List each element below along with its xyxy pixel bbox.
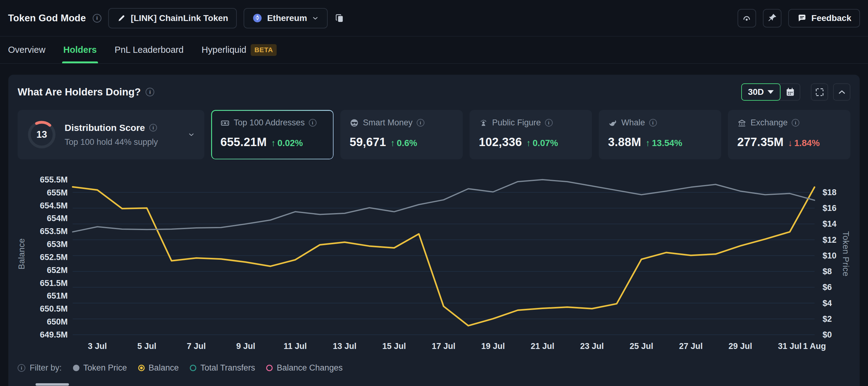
public-figure-icon [479,118,488,128]
stat-card-label: Exchange [750,118,787,128]
main-content: What Are Holders Doing? i 30D [0,64,868,386]
distribution-info-icon[interactable]: i [149,124,157,132]
stat-card-public-figure[interactable]: Public Figurei102,336↑0.07% [469,110,592,159]
tab-pnl-leaderboard[interactable]: PnL Leaderboard [115,36,184,63]
date-tick-label: 17 Jul [432,342,456,351]
filter-balance-changes[interactable]: Balance Changes [266,363,342,373]
stat-card-label: Smart Money [363,118,413,128]
holders-chart: 655.5M655M654.5M654M653.5M653M652.5M652M… [8,167,860,362]
price-tick-label: $2 [823,314,832,324]
price-tick-label: $18 [823,188,836,197]
stat-card-info-icon[interactable]: i [792,119,799,127]
holders-panel: What Are Holders Doing? i 30D [8,75,860,386]
date-tick-label: 3 Jul [88,342,107,351]
panel-header: What Are Holders Doing? i 30D [8,75,860,101]
right-axis-title: Token Price [841,231,850,277]
page-title: Token God Mode [8,13,86,24]
price-tick-label: $10 [823,251,836,260]
date-tick-label: 11 Jul [283,342,307,351]
network-selector[interactable]: Ethereum [244,8,328,28]
calendar-button[interactable] [778,83,800,101]
stat-card-label: Public Figure [492,118,541,128]
tab-holders-label: Holders [63,45,97,55]
legend-label: Balance Changes [277,363,342,373]
timeframe-group: 30D [741,83,800,101]
balance-tick-label: 652.5M [40,253,68,262]
tab-pnl-label: PnL Leaderboard [115,45,184,55]
stat-card-label: Top 100 Addresses [234,118,305,128]
fullscreen-icon [814,87,825,97]
pin-button[interactable] [763,9,781,28]
change-arrow-icon: ↑ [645,138,650,148]
filter-info-icon[interactable]: i [18,364,25,372]
filter-token-price[interactable]: Token Price [73,363,127,373]
chart-filter-row: i Filter by: Token PriceBalanceTotal Tra… [8,363,860,373]
chevron-up-icon [837,87,847,97]
stat-card-change: 0.02% [277,138,303,148]
copy-icon [335,13,345,23]
insights-button[interactable] [738,9,756,28]
stat-card-change: 1.84% [794,138,819,148]
legend-swatch [190,365,196,371]
legend-label: Token Price [84,363,127,373]
stat-card-exchange[interactable]: Exchangei277.35M↓1.84% [728,110,850,159]
stat-card-info-icon[interactable]: i [649,119,657,127]
pin-icon [767,13,777,23]
tab-bar: Overview Holders PnL Leaderboard Hyperli… [0,36,868,64]
tab-hyperliquid[interactable]: Hyperliquid BETA [202,36,277,63]
balance-line [73,187,814,325]
distribution-score-card[interactable]: 13 Distribution Score i Top 100 hold 44%… [18,110,204,159]
price-tick-label: $8 [823,267,832,276]
balance-tick-label: 649.5M [40,330,68,339]
date-tick-label: 25 Jul [630,342,653,351]
change-arrow-icon: ↑ [391,138,395,148]
tab-overview[interactable]: Overview [8,36,45,63]
info-icon[interactable]: i [93,14,101,23]
date-tick-label: 31 Jul [778,342,802,351]
pencil-icon [117,13,126,23]
collapse-button[interactable] [833,83,850,101]
distribution-score-value: 13 [27,120,57,149]
stat-card-label: Whale [621,118,645,128]
stat-card-info-icon[interactable]: i [545,119,553,127]
legend-swatch [73,365,80,371]
fullscreen-button[interactable] [811,83,828,101]
balance-tick-label: 653M [47,240,68,249]
panel-title: What Are Holders Doing? [18,86,141,98]
change-arrow-icon: ↑ [526,138,531,148]
stat-card-info-icon[interactable]: i [309,119,316,127]
stat-card-change: 0.07% [533,138,558,148]
balance-tick-label: 654M [47,214,68,223]
stat-card-top-100-addresses[interactable]: Top 100 Addressesi655.21M↑0.02% [211,110,334,159]
tab-holders[interactable]: Holders [63,36,97,63]
stat-card-whale[interactable]: Whalei3.88M↑13.54% [599,110,721,159]
ethereum-icon [252,13,262,23]
caret-down-icon [768,90,774,94]
feedback-button[interactable]: Feedback [788,9,860,28]
date-tick-label: 27 Jul [679,342,703,351]
legend-swatch [266,365,273,371]
stat-card-value: 277.35M [737,136,784,149]
panel-info-icon[interactable]: i [146,88,154,96]
date-tick-label: 5 Jul [137,342,156,351]
timeframe-dropdown[interactable]: 30D [741,83,780,101]
date-tick-label: 15 Jul [382,342,406,351]
change-arrow-icon: ↑ [271,138,276,148]
filter-total-transfers[interactable]: Total Transfers [190,363,255,373]
copy-address-button[interactable] [335,13,345,23]
distribution-score-label: Distribution Score [65,122,145,133]
legend-label: Balance [149,363,179,373]
stat-card-info-icon[interactable]: i [417,119,425,127]
filter-balance[interactable]: Balance [138,363,179,373]
stat-card-value: 3.88M [608,136,641,149]
price-tick-label: $0 [823,330,832,339]
horizontal-scrollbar-thumb[interactable] [35,383,69,386]
bank-icon [737,118,746,128]
token-selector[interactable]: [LINK] ChainLink Token [108,8,237,28]
distribution-score-subtitle: Top 100 hold 44% supply [65,137,180,147]
balance-tick-label: 651M [47,291,68,301]
chevron-down-icon [188,131,195,138]
stat-card-smart-money[interactable]: Smart Moneyi59,671↑0.6% [340,110,463,159]
balance-tick-label: 651.5M [40,279,68,288]
balance-tick-label: 655.5M [40,175,68,184]
